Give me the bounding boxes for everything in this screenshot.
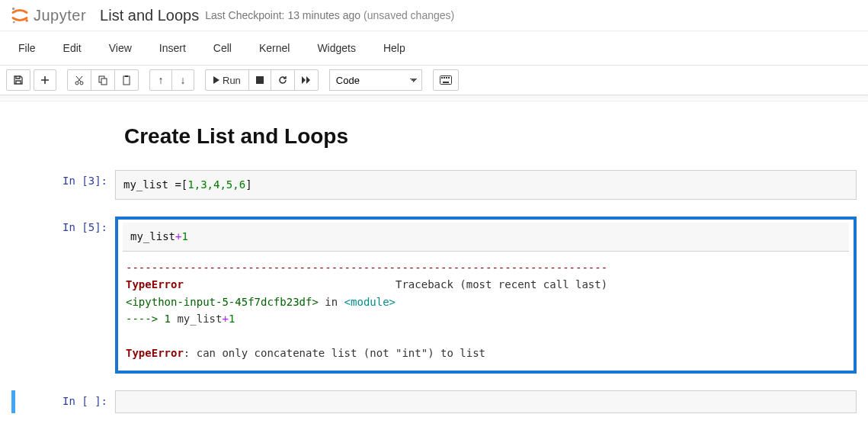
restart-icon: [277, 75, 288, 85]
add-cell-button[interactable]: [34, 69, 56, 91]
interrupt-button[interactable]: [248, 69, 271, 91]
menu-kernel[interactable]: Kernel: [250, 37, 299, 59]
menu-insert[interactable]: Insert: [150, 37, 195, 59]
code-cell-2[interactable]: In [5]: my_list+1 ----------------------…: [11, 217, 857, 374]
menu-view[interactable]: View: [100, 37, 141, 59]
restart-button[interactable]: [271, 69, 295, 91]
menu-edit[interactable]: Edit: [54, 37, 91, 59]
fast-forward-icon: [301, 75, 312, 85]
save-button[interactable]: [6, 69, 30, 91]
cell-3-input[interactable]: [115, 390, 857, 413]
menubar: File Edit View Insert Cell Kernel Widget…: [0, 31, 868, 66]
cell-2-prompt: In [5]:: [11, 217, 115, 374]
paste-icon: [121, 75, 132, 85]
copy-icon: [98, 75, 108, 85]
svg-rect-10: [441, 77, 443, 79]
svg-point-3: [75, 82, 78, 85]
svg-rect-6: [101, 79, 107, 85]
cell-1-input[interactable]: my_list =[1,3,4,5,6]: [115, 170, 857, 200]
keyboard-icon: [440, 75, 452, 85]
code-cell-3[interactable]: In [ ]:: [11, 390, 857, 413]
svg-rect-8: [125, 75, 128, 77]
jupyter-logo[interactable]: Jupyter: [9, 5, 86, 26]
checkpoint-text: Last Checkpoint: 13 minutes ago: [205, 9, 360, 21]
notebook-area: Create List and Loops In [3]: my_list =[…: [0, 101, 868, 445]
move-up-button[interactable]: ↑: [149, 69, 172, 91]
svg-rect-14: [443, 82, 449, 83]
cell-1-prompt: In [3]:: [11, 170, 115, 200]
markdown-cell-heading[interactable]: Create List and Loops: [124, 124, 857, 149]
svg-point-2: [13, 21, 15, 24]
cell-2-output: ----------------------------------------…: [118, 252, 854, 371]
menu-cell[interactable]: Cell: [204, 37, 241, 59]
cut-icon: [74, 75, 85, 85]
arrow-down-icon: ↓: [181, 74, 186, 86]
code-cell-1[interactable]: In [3]: my_list =[1,3,4,5,6]: [11, 170, 857, 200]
paste-button[interactable]: [114, 69, 139, 91]
menu-help[interactable]: Help: [374, 37, 415, 59]
svg-rect-11: [444, 77, 445, 79]
cell-3-prompt: In [ ]:: [15, 390, 115, 413]
play-icon: [213, 76, 219, 84]
cell-2-input[interactable]: my_list+1: [123, 223, 849, 252]
copy-button[interactable]: [91, 69, 115, 91]
highlight-box: my_list+1 ------------------------------…: [115, 217, 857, 374]
plus-icon: [40, 75, 50, 85]
menu-file[interactable]: File: [9, 37, 45, 59]
svg-rect-7: [123, 76, 130, 85]
menu-widgets[interactable]: Widgets: [308, 37, 365, 59]
svg-rect-12: [446, 77, 447, 79]
arrow-up-icon: ↑: [159, 74, 164, 86]
command-palette-button[interactable]: [433, 69, 459, 91]
svg-point-0: [12, 8, 15, 11]
unsaved-text: (unsaved changes): [364, 9, 454, 21]
header: Jupyter List and Loops Last Checkpoint: …: [0, 0, 868, 31]
svg-point-4: [80, 82, 83, 85]
toolbar: ↑ ↓ Run Code: [0, 66, 868, 95]
stop-icon: [256, 76, 264, 84]
cut-button[interactable]: [67, 69, 91, 91]
jupyter-logo-text: Jupyter: [34, 7, 86, 24]
move-down-button[interactable]: ↓: [171, 69, 194, 91]
restart-run-all-button[interactable]: [294, 69, 319, 91]
jupyter-logo-icon: [9, 5, 30, 26]
run-label: Run: [223, 75, 241, 86]
heading-text: Create List and Loops: [124, 124, 857, 149]
notebook-title[interactable]: List and Loops: [100, 7, 199, 24]
run-button[interactable]: Run: [205, 69, 249, 91]
cell-type-select[interactable]: Code: [329, 69, 422, 91]
svg-rect-13: [448, 77, 450, 79]
save-icon: [13, 75, 24, 85]
